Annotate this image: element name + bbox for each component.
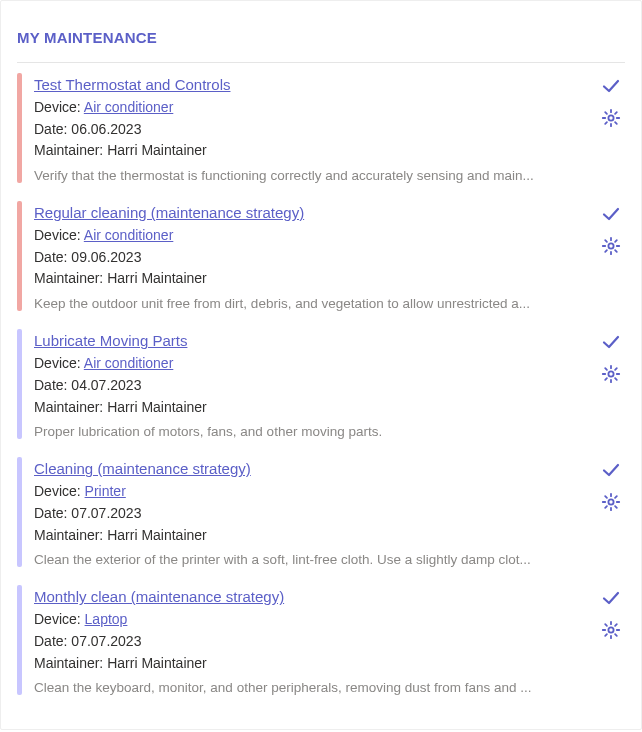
device-label: Device:	[34, 227, 84, 243]
maintainer-value: Harri Maintainer	[107, 655, 207, 671]
maintenance-item: Lubricate Moving Parts Device: Air condi…	[17, 329, 625, 439]
complete-button[interactable]	[600, 331, 622, 353]
settings-button[interactable]	[600, 619, 622, 641]
maintainer-value: Harri Maintainer	[107, 270, 207, 286]
item-actions	[597, 329, 625, 439]
maintenance-list: Test Thermostat and Controls Device: Air…	[17, 73, 625, 695]
status-bar	[17, 329, 22, 439]
gear-icon	[601, 236, 621, 256]
date-row: Date: 09.06.2023	[34, 247, 597, 269]
maintainer-label: Maintainer:	[34, 399, 107, 415]
date-value: 04.07.2023	[71, 377, 141, 393]
divider	[17, 62, 625, 63]
complete-button[interactable]	[600, 587, 622, 609]
description-text: Keep the outdoor unit free from dirt, de…	[34, 296, 597, 311]
maintenance-title-link[interactable]: Monthly clean (maintenance strategy)	[34, 588, 284, 605]
item-actions	[597, 73, 625, 183]
maintainer-row: Maintainer: Harri Maintainer	[34, 397, 597, 419]
device-label: Device:	[34, 99, 84, 115]
svg-point-2	[608, 372, 613, 377]
complete-button[interactable]	[600, 203, 622, 225]
maintainer-label: Maintainer:	[34, 655, 107, 671]
date-row: Date: 06.06.2023	[34, 119, 597, 141]
svg-point-4	[608, 628, 613, 633]
status-bar	[17, 457, 22, 567]
maintenance-content: Lubricate Moving Parts Device: Air condi…	[34, 329, 597, 439]
description-text: Proper lubrication of motors, fans, and …	[34, 424, 597, 439]
gear-icon	[601, 108, 621, 128]
svg-point-3	[608, 500, 613, 505]
date-label: Date:	[34, 377, 71, 393]
complete-button[interactable]	[600, 75, 622, 97]
maintenance-item: Monthly clean (maintenance strategy) Dev…	[17, 585, 625, 695]
gear-icon	[601, 620, 621, 640]
device-row: Device: Laptop	[34, 609, 597, 631]
maintenance-content: Monthly clean (maintenance strategy) Dev…	[34, 585, 597, 695]
item-actions	[597, 457, 625, 567]
date-value: 09.06.2023	[71, 249, 141, 265]
device-label: Device:	[34, 483, 85, 499]
device-row: Device: Air conditioner	[34, 97, 597, 119]
maintenance-item: Cleaning (maintenance strategy) Device: …	[17, 457, 625, 567]
maintainer-row: Maintainer: Harri Maintainer	[34, 525, 597, 547]
item-actions	[597, 585, 625, 695]
date-value: 07.07.2023	[71, 633, 141, 649]
settings-button[interactable]	[600, 363, 622, 385]
device-link[interactable]: Laptop	[85, 611, 128, 627]
device-link[interactable]: Air conditioner	[84, 99, 174, 115]
date-value: 07.07.2023	[71, 505, 141, 521]
maintainer-label: Maintainer:	[34, 142, 107, 158]
device-link[interactable]: Printer	[85, 483, 126, 499]
date-value: 06.06.2023	[71, 121, 141, 137]
description-text: Verify that the thermostat is functionin…	[34, 168, 597, 183]
description-text: Clean the keyboard, monitor, and other p…	[34, 680, 597, 695]
maintenance-content: Test Thermostat and Controls Device: Air…	[34, 73, 597, 183]
svg-point-1	[608, 243, 613, 248]
check-icon	[601, 588, 621, 608]
maintenance-content: Cleaning (maintenance strategy) Device: …	[34, 457, 597, 567]
maintainer-label: Maintainer:	[34, 527, 107, 543]
date-label: Date:	[34, 505, 71, 521]
maintainer-row: Maintainer: Harri Maintainer	[34, 268, 597, 290]
maintenance-title-link[interactable]: Test Thermostat and Controls	[34, 76, 230, 93]
check-icon	[601, 460, 621, 480]
date-row: Date: 04.07.2023	[34, 375, 597, 397]
check-icon	[601, 76, 621, 96]
device-link[interactable]: Air conditioner	[84, 355, 174, 371]
maintenance-content: Regular cleaning (maintenance strategy) …	[34, 201, 597, 311]
maintainer-value: Harri Maintainer	[107, 527, 207, 543]
description-text: Clean the exterior of the printer with a…	[34, 552, 597, 567]
date-row: Date: 07.07.2023	[34, 631, 597, 653]
device-row: Device: Printer	[34, 481, 597, 503]
maintainer-label: Maintainer:	[34, 270, 107, 286]
maintenance-title-link[interactable]: Lubricate Moving Parts	[34, 332, 187, 349]
settings-button[interactable]	[600, 235, 622, 257]
device-label: Device:	[34, 355, 84, 371]
device-row: Device: Air conditioner	[34, 353, 597, 375]
settings-button[interactable]	[600, 107, 622, 129]
maintenance-title-link[interactable]: Cleaning (maintenance strategy)	[34, 460, 251, 477]
check-icon	[601, 204, 621, 224]
maintenance-item: Regular cleaning (maintenance strategy) …	[17, 201, 625, 311]
status-bar	[17, 73, 22, 183]
device-row: Device: Air conditioner	[34, 225, 597, 247]
complete-button[interactable]	[600, 459, 622, 481]
gear-icon	[601, 364, 621, 384]
maintenance-title-link[interactable]: Regular cleaning (maintenance strategy)	[34, 204, 304, 221]
svg-point-0	[608, 115, 613, 120]
settings-button[interactable]	[600, 491, 622, 513]
section-title: MY MAINTENANCE	[17, 29, 625, 46]
date-label: Date:	[34, 633, 71, 649]
maintainer-row: Maintainer: Harri Maintainer	[34, 653, 597, 675]
gear-icon	[601, 492, 621, 512]
device-link[interactable]: Air conditioner	[84, 227, 174, 243]
maintenance-panel: MY MAINTENANCE Test Thermostat and Contr…	[0, 0, 642, 730]
status-bar	[17, 585, 22, 695]
status-bar	[17, 201, 22, 311]
device-label: Device:	[34, 611, 85, 627]
check-icon	[601, 332, 621, 352]
date-label: Date:	[34, 121, 71, 137]
date-row: Date: 07.07.2023	[34, 503, 597, 525]
maintainer-value: Harri Maintainer	[107, 399, 207, 415]
maintenance-item: Test Thermostat and Controls Device: Air…	[17, 73, 625, 183]
